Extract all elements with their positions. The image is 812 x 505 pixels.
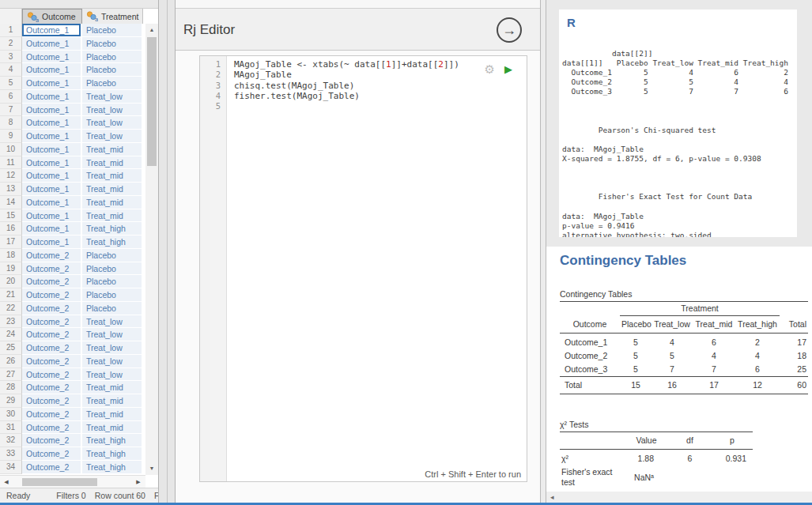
collapse-arrow-button[interactable]: → (497, 17, 522, 43)
grid-cell-outcome[interactable]: Outcome_2 (22, 447, 82, 461)
grid-cell-outcome[interactable]: Outcome_2 (22, 394, 82, 408)
grid-cell-treatment[interactable]: Treat_low (82, 368, 143, 382)
grid-cell-treatment[interactable]: Placebo (82, 288, 143, 302)
grid-cell-outcome[interactable]: Outcome_1 (22, 196, 82, 209)
grid-cell-treatment[interactable]: Treat_low (82, 130, 143, 143)
grid-cell-treatment[interactable]: Treat_low (82, 328, 143, 341)
grid-cell-outcome[interactable]: Outcome_2 (22, 381, 82, 394)
grid-cell-outcome[interactable]: Outcome_2 (22, 341, 82, 355)
row-number[interactable]: 21 (0, 288, 22, 302)
column-header-treatment[interactable]: a Treatment (82, 9, 143, 24)
grid-cell-outcome[interactable]: Outcome_2 (22, 355, 82, 368)
grid-cell-outcome[interactable]: Outcome_2 (22, 368, 82, 382)
grid-cell-outcome[interactable]: Outcome_1 (22, 236, 82, 249)
grid-cell-treatment[interactable]: Treat_low (82, 104, 143, 117)
row-number[interactable]: 28 (0, 381, 22, 394)
grid-cell-treatment[interactable]: Treat_mid (82, 408, 143, 421)
row-number[interactable]: 12 (0, 169, 22, 183)
results-horizontal-scrollbar[interactable]: ◂ (546, 492, 812, 503)
grid-cell-outcome[interactable]: Outcome_2 (22, 434, 82, 447)
grid-cell-treatment[interactable]: Treat_mid (82, 421, 143, 435)
grid-cell-outcome[interactable]: Outcome_1 (22, 77, 82, 90)
grid-cell-outcome[interactable]: Outcome_1 (22, 169, 82, 183)
grid-cell-outcome[interactable]: Outcome_1 (22, 143, 82, 156)
grid-cell-treatment[interactable]: Treat_mid (82, 394, 143, 408)
gear-icon[interactable]: ⚙ (485, 62, 495, 77)
grid-cell-outcome[interactable]: Outcome_2 (22, 421, 82, 435)
grid-cell-outcome[interactable]: Outcome_1 (22, 63, 82, 77)
grid-cell-treatment[interactable]: Treat_low (82, 116, 143, 130)
grid-cell-treatment[interactable]: Treat_high (82, 434, 143, 447)
horizontal-scrollbar-thumb[interactable] (22, 478, 97, 486)
grid-corner-cell[interactable] (0, 9, 22, 24)
row-number[interactable]: 34 (0, 461, 22, 474)
grid-cell-treatment[interactable]: Treat_low (82, 315, 143, 329)
grid-cell-treatment[interactable]: Treat_low (82, 355, 143, 368)
row-number[interactable]: 32 (0, 434, 22, 447)
grid-cell-outcome[interactable]: Outcome_2 (22, 288, 82, 302)
grid-cell-treatment[interactable]: Placebo (82, 37, 143, 51)
grid-cell-treatment[interactable]: Treat_high (82, 461, 143, 474)
row-number[interactable]: 9 (0, 130, 22, 143)
row-number[interactable]: 15 (0, 209, 22, 223)
grid-cell-treatment[interactable]: Placebo (82, 262, 143, 276)
grid-cell-outcome[interactable]: Outcome_1 (22, 209, 82, 223)
grid-cell-treatment[interactable]: Placebo (82, 24, 143, 37)
panel-splitter-right[interactable] (540, 0, 546, 503)
vertical-scrollbar-thumb[interactable] (147, 37, 157, 166)
panel-splitter-left[interactable] (158, 0, 176, 503)
row-number[interactable]: 20 (0, 275, 22, 288)
scroll-right-icon[interactable]: ▶ (133, 476, 144, 488)
grid-cell-treatment[interactable]: Placebo (82, 51, 143, 64)
row-number[interactable]: 10 (0, 143, 22, 156)
grid-cell-treatment[interactable]: Treat_low (82, 90, 143, 104)
row-number[interactable]: 14 (0, 196, 22, 209)
row-number[interactable]: 33 (0, 447, 22, 461)
grid-cell-treatment[interactable]: Placebo (82, 77, 143, 90)
row-number[interactable]: 18 (0, 249, 22, 262)
row-number[interactable]: 11 (0, 156, 22, 170)
grid-cell-outcome[interactable]: Outcome_1 (22, 90, 82, 104)
grid-cell-treatment[interactable]: Treat_mid (82, 143, 143, 156)
run-play-icon[interactable]: ▶ (504, 63, 512, 75)
code-text-area[interactable]: MAgoj_Table <- xtabs(~ data[[1]]+data[[2… (228, 56, 512, 481)
row-number[interactable]: 6 (0, 90, 22, 104)
grid-cell-treatment[interactable]: Treat_mid (82, 209, 143, 223)
grid-cell-treatment[interactable]: Treat_high (82, 222, 143, 236)
row-number[interactable]: 2 (0, 37, 22, 51)
grid-cell-outcome[interactable]: Outcome_2 (22, 328, 82, 341)
grid-cell-treatment[interactable]: Placebo (82, 249, 143, 262)
row-number[interactable]: 13 (0, 183, 22, 196)
grid-cell-outcome[interactable]: Outcome_1 (22, 37, 82, 51)
grid-cell-outcome[interactable]: Outcome_1 (22, 51, 82, 64)
grid-cell-outcome[interactable]: Outcome_2 (22, 408, 82, 421)
row-number[interactable]: 19 (0, 262, 22, 276)
grid-cell-outcome[interactable]: Outcome_1 (22, 183, 82, 196)
row-number[interactable]: 17 (0, 236, 22, 249)
grid-cell-treatment[interactable]: Treat_mid (82, 381, 143, 394)
scroll-down-icon[interactable]: ▼ (145, 463, 158, 474)
grid-cell-outcome[interactable]: Outcome_1 (22, 104, 82, 117)
grid-cell-treatment[interactable]: Treat_high (82, 236, 143, 249)
row-number[interactable]: 16 (0, 222, 22, 236)
grid-cell-treatment[interactable]: Placebo (82, 275, 143, 288)
vertical-scrollbar[interactable]: ▲ ▼ (145, 24, 158, 475)
grid-cell-treatment[interactable]: Treat_mid (82, 156, 143, 170)
row-number[interactable]: 22 (0, 302, 22, 315)
grid-cell-outcome[interactable]: Outcome_1 (22, 130, 82, 143)
grid-cell-treatment[interactable]: Treat_mid (82, 196, 143, 209)
horizontal-scrollbar[interactable]: ◀ ▶ (0, 475, 145, 488)
grid-cell-outcome[interactable]: Outcome_2 (22, 249, 82, 262)
grid-cell-treatment[interactable]: Treat_mid (82, 169, 143, 183)
row-number[interactable]: 31 (0, 421, 22, 435)
grid-cell-outcome[interactable]: Outcome_1 (22, 156, 82, 170)
grid-cell-treatment[interactable]: Treat_mid (82, 183, 143, 196)
row-number[interactable]: 29 (0, 394, 22, 408)
scroll-left-icon[interactable]: ◀ (1, 476, 12, 488)
grid-cell-outcome[interactable]: Outcome_2 (22, 461, 82, 474)
r-output-card[interactable]: R data[[2]] data[[1]] Placebo Treat_low … (559, 9, 797, 237)
grid-cell-outcome[interactable]: Outcome_2 (22, 275, 82, 288)
grid-cell-treatment[interactable]: Placebo (82, 63, 143, 77)
row-number[interactable]: 7 (0, 104, 22, 117)
grid-cell-treatment[interactable]: Placebo (82, 302, 143, 315)
